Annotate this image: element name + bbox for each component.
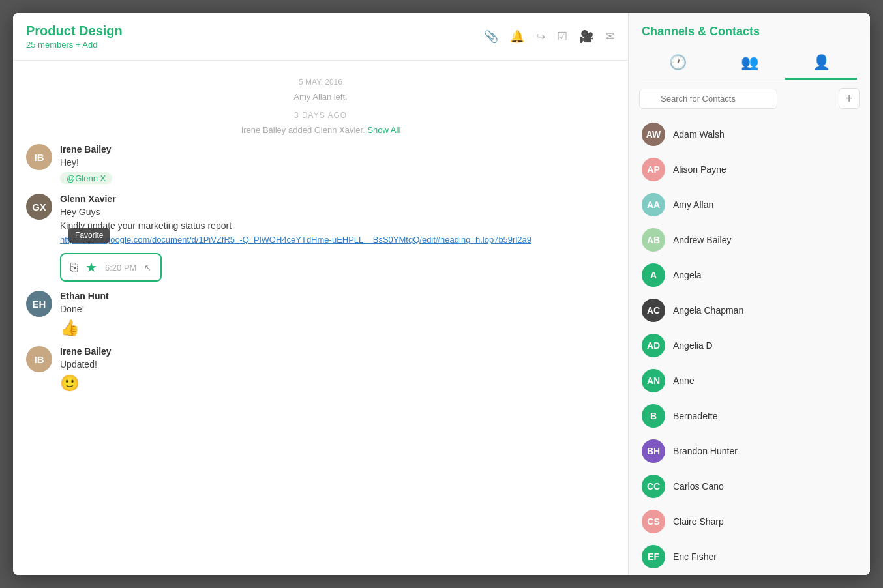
chat-header-left: Product Design 25 members + Add (26, 23, 123, 50)
contact-item[interactable]: AAAmy Allan (629, 187, 870, 222)
favorite-tooltip: Favorite (68, 228, 110, 243)
chat-panel: Product Design 25 members + Add 📎 🔔 ↪ ☑ … (13, 13, 629, 575)
contact-name: Eric Fisher (673, 551, 717, 562)
msg-sender: Ethan Hunt (60, 291, 109, 301)
channel-title: Product Design (26, 23, 123, 38)
contact-name: Angela (673, 270, 702, 280)
app-container: Product Design 25 members + Add 📎 🔔 ↪ ☑ … (13, 13, 870, 575)
add-contact-button[interactable]: + (839, 88, 860, 109)
video-icon[interactable]: 🎥 (579, 29, 593, 44)
contact-name: Andrew Bailey (673, 235, 732, 245)
msg-sender: Glenn Xavier (60, 194, 531, 204)
message-row: GX Glenn Xavier Hey Guys Kindly update y… (26, 194, 615, 282)
contact-avatar: AA (642, 193, 665, 216)
message-row: IB Irene Bailey Updated! 🙂 (26, 346, 615, 392)
msg-link-text: https://docs.google.com/document/d/1PiVZ… (60, 233, 531, 246)
contact-item[interactable]: EFEric Fisher (629, 539, 870, 574)
contact-item[interactable]: AWAdam Walsh (629, 117, 870, 152)
contact-name: Alison Payne (673, 164, 726, 175)
system-msg-added: Irene Bailey added Glenn Xavier. Show Al… (26, 125, 615, 135)
contacts-header: Channels & Contacts 🕐 👥 👤 (629, 13, 870, 80)
task-icon[interactable]: ☑ (557, 29, 567, 44)
contact-avatar: A (642, 263, 665, 287)
contact-name: Angela Chapman (673, 305, 743, 316)
contact-name: Adam Walsh (673, 129, 725, 140)
message-row: EH Ethan Hunt Done! 👍 (26, 291, 615, 337)
contact-name: Amy Allan (673, 199, 713, 210)
chat-messages: 5 MAY, 2016 Amy Allan left. 3 DAYS AGO I… (13, 61, 628, 575)
contact-name: Claire Sharp (673, 516, 724, 527)
chat-toolbar: 📎 🔔 ↪ ☑ 🎥 ✉ (484, 29, 615, 44)
date-divider: 5 MAY, 2016 (26, 78, 615, 87)
contact-avatar: AN (642, 369, 665, 392)
search-wrapper: 🔍 (639, 89, 833, 109)
contact-item[interactable]: ADAngelia D (629, 328, 870, 363)
contact-item[interactable]: AAngela (629, 257, 870, 293)
contact-item[interactable]: ABAndrew Bailey (629, 222, 870, 257)
msg-sender: Irene Bailey (60, 144, 112, 154)
contact-item[interactable]: FDFrank Dickens (629, 574, 870, 575)
msg-text: Kindly update your marketing status repo… (60, 219, 531, 233)
add-member-link[interactable]: + Add (76, 40, 98, 50)
msg-mention-tag[interactable]: @Glenn X (60, 172, 112, 184)
contact-name: Anne (673, 375, 695, 386)
contacts-list: AWAdam WalshAPAlison PayneAAAmy AllanABA… (629, 117, 870, 575)
contact-item[interactable]: APAlison Payne (629, 152, 870, 187)
msg-content: Irene Bailey Updated! 🙂 (60, 346, 112, 392)
tab-recent[interactable]: 🕐 (642, 48, 713, 80)
contact-item[interactable]: ACAngela Chapman (629, 293, 870, 328)
attachment-icon[interactable]: 📎 (484, 29, 498, 44)
msg-sender: Irene Bailey (60, 346, 112, 357)
msg-emoji: 🙂 (60, 374, 112, 392)
contact-avatar: CC (642, 475, 665, 498)
contact-avatar: AB (642, 228, 665, 252)
contact-avatar: CS (642, 510, 665, 533)
favorite-star-icon[interactable]: ★ (85, 259, 97, 275)
contact-item[interactable]: BHBrandon Hunter (629, 434, 870, 469)
contacts-panel: Channels & Contacts 🕐 👥 👤 🔍 + AWAdam Wal… (629, 13, 870, 575)
contact-name: Angelia D (673, 340, 713, 351)
avatar: IB (26, 144, 52, 170)
contact-name: Brandon Hunter (673, 446, 738, 456)
forward-icon[interactable]: ↪ (536, 30, 545, 44)
cursor-icon: ↖ (144, 263, 151, 272)
contacts-panel-title: Channels & Contacts (642, 25, 857, 38)
msg-text: Done! (60, 302, 109, 316)
contact-avatar: AD (642, 334, 665, 357)
msg-content: Irene Bailey Hey! @Glenn X (60, 144, 112, 184)
msg-text: Hey Guys (60, 205, 531, 219)
avatar: GX (26, 194, 52, 220)
contact-item[interactable]: ANAnne (629, 363, 870, 398)
msg-text: Hey! (60, 156, 112, 169)
contacts-tabs: 🕐 👥 👤 (642, 48, 857, 80)
contacts-search-row: 🔍 + (629, 80, 870, 117)
contact-avatar: EF (642, 545, 665, 568)
message-link[interactable]: https://docs.google.com/document/d/1PiVZ… (60, 235, 531, 244)
avatar: EH (26, 291, 52, 317)
msg-text: Updated! (60, 358, 112, 372)
notification-icon[interactable]: 🔔 (510, 29, 524, 44)
contact-avatar: AW (642, 123, 665, 146)
tab-channels[interactable]: 👥 (713, 48, 785, 80)
contact-name: Carlos Cano (673, 481, 724, 492)
msg-content: Ethan Hunt Done! 👍 (60, 291, 109, 337)
contact-item[interactable]: CCCarlos Cano (629, 469, 870, 504)
contact-item[interactable]: BBernadette (629, 398, 870, 434)
member-count: 25 members + Add (26, 40, 123, 50)
email-icon[interactable]: ✉ (605, 29, 615, 44)
msg-emoji: 👍 (60, 319, 109, 337)
msg-time: 6:20 PM (105, 263, 136, 272)
message-action-box: ⎘ ★ 6:20 PM ↖ (60, 253, 162, 282)
system-msg-leave: Amy Allan left. (26, 92, 615, 102)
copy-icon[interactable]: ⎘ (70, 261, 78, 274)
chat-header: Product Design 25 members + Add 📎 🔔 ↪ ☑ … (13, 13, 628, 61)
days-ago-label: 3 DAYS AGO (26, 111, 615, 120)
contact-name: Bernadette (673, 411, 718, 421)
contact-item[interactable]: CSClaire Sharp (629, 504, 870, 539)
tab-contacts[interactable]: 👤 (785, 48, 857, 80)
avatar: IB (26, 346, 52, 372)
search-input[interactable] (639, 89, 777, 109)
show-all-link[interactable]: Show All (367, 125, 400, 135)
contact-avatar: BH (642, 439, 665, 463)
contact-avatar: AP (642, 158, 665, 181)
